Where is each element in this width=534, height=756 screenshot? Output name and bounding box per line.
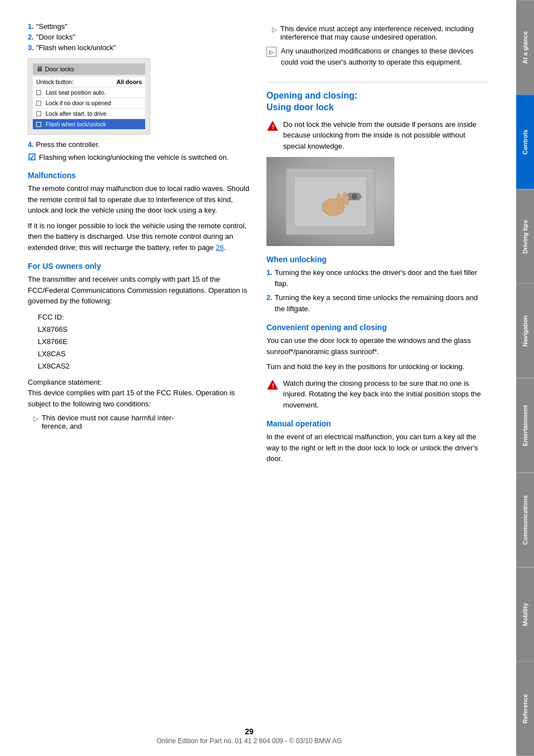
info-box: ▷ Any unauthorized modifications or chan…: [266, 46, 488, 67]
tab-mobility[interactable]: Mobility: [516, 567, 534, 662]
screen-header-text: Door locks: [45, 66, 74, 72]
manual-operation-heading: Manual operation: [266, 419, 488, 428]
tab-navigation[interactable]: Navigation: [516, 283, 534, 378]
page-number: 29: [0, 727, 498, 736]
info-icon: ▷: [266, 47, 276, 57]
unlock-value: All doors: [116, 78, 142, 85]
malfunctions-para1: The remote control may malfunction due t…: [28, 183, 250, 216]
tab-controls[interactable]: Controls: [516, 95, 534, 189]
bullet-1: ▷ This device must not cause harmful int…: [33, 414, 250, 430]
door-image: [266, 157, 394, 246]
footer-text: Online Edition for Part no. 01 41 2 604 …: [0, 737, 498, 745]
unlock-step-2-num: 2.: [266, 292, 273, 314]
bullet-arrow-1: ▷: [33, 415, 38, 423]
convenient-para2: Turn and hold the key in the positions f…: [266, 361, 488, 372]
step-4-note: ☑ Flashing when locking/unlocking the ve…: [28, 153, 250, 162]
tab-at-a-glance[interactable]: At a glance: [516, 0, 534, 95]
page-footer: 29 Online Edition for Part no. 01 41 2 6…: [0, 727, 498, 745]
tab-driving-tips[interactable]: Driving tips: [516, 189, 534, 284]
door-locks-screen: 🖥 Door locks Unlock button: All doors La…: [28, 58, 150, 135]
bullet-arrow-2: ▷: [272, 26, 277, 33]
tab-communications[interactable]: Communications: [516, 473, 534, 567]
compliance-heading: Compliance statement: This device compli…: [28, 377, 250, 410]
chapter-tabs: At a glance Controls Driving tips Naviga…: [516, 0, 534, 756]
step-3-text: "Flash when lock/unlock": [36, 43, 116, 52]
screen-row-3: Lock after start. to drive: [46, 110, 107, 117]
opening-closing-heading: Opening and closing: Using door lock: [266, 90, 488, 114]
screen-row-1: Last seat position auto.: [46, 89, 106, 96]
screen-row-4: Flash when lock/unlock: [46, 121, 106, 127]
step-2-text: "Door locks": [36, 33, 76, 41]
warning-icon: !: [266, 120, 279, 132]
screen-row-2: Lock if no door is opened: [46, 100, 111, 106]
tab-entertainment[interactable]: Entertainment: [516, 378, 534, 473]
convenient-para1: You can use the door lock to operate the…: [266, 335, 488, 357]
malfunctions-heading: Malfunctions: [28, 171, 250, 180]
door-illustration: [280, 163, 380, 240]
unlock-label: Unlock button:: [36, 78, 73, 85]
step-1-num: 1.: [28, 22, 34, 31]
when-unlocking-list: 1. Turning the key once unlocks the driv…: [266, 267, 488, 314]
page-26-link[interactable]: 26: [216, 243, 224, 252]
step-3-num: 3.: [28, 43, 34, 52]
for-us-owners-heading: For US owners only: [28, 262, 250, 271]
svg-text:!: !: [272, 123, 274, 130]
check-icon: ☑: [28, 153, 36, 162]
step-4: 4. Press the controller.: [28, 140, 250, 149]
malfunctions-para2: If it is no longer possible to lock the …: [28, 220, 250, 253]
when-unlocking-heading: When unlocking: [266, 255, 488, 264]
opening-closing-warning: ! Do not lock the vehicle from the outsi…: [266, 119, 488, 152]
unlock-step-2-text: Turning the key a second time unlocks th…: [275, 292, 488, 314]
unlock-step-1-text: Turning the key once unlocks the driver'…: [275, 267, 488, 289]
unlock-step-1-num: 1.: [266, 267, 273, 289]
manual-operation-para: In the event of an electrical malfunctio…: [266, 431, 488, 464]
convenient-warning: ! Watch during the closing process to be…: [266, 378, 488, 411]
for-us-owners-para1: The transmitter and receiver units compl…: [28, 274, 250, 307]
step-1-text: "Settings": [36, 22, 67, 31]
fcc-id-block: FCC ID: LX8766S LX8766E LX8CAS LX8CAS2: [38, 311, 250, 372]
svg-point-4: [352, 194, 357, 199]
step-2-num: 2.: [28, 33, 34, 41]
steps-list: 1. "Settings" 2. "Door locks" 3. "Flash …: [28, 22, 250, 52]
svg-text:!: !: [272, 382, 274, 389]
convenient-heading: Convenient opening and closing: [266, 323, 488, 332]
bullet-2: ▷ This device must accept any interferen…: [272, 24, 488, 41]
tab-reference[interactable]: Reference: [516, 661, 534, 756]
convenient-warning-icon: !: [266, 379, 279, 391]
